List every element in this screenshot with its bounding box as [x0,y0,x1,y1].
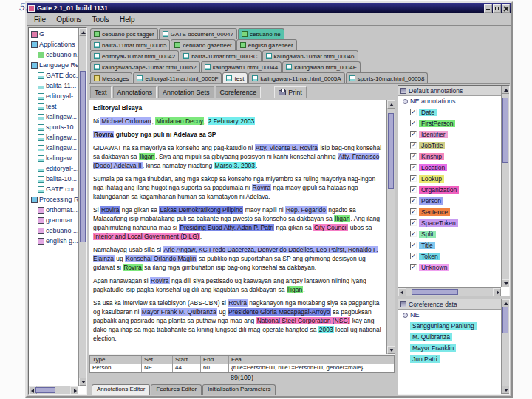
checkbox-icon[interactable]: ✓ [410,131,417,137]
tree-item-processing-r[interactable]: Processing R... [29,194,78,205]
annotation-type-kinship[interactable]: ✓Kinship [398,151,501,162]
annotation-type-firstperson[interactable]: ✓FirstPerson [398,117,501,129]
tree-item-grammar[interactable]: grammar... [29,215,78,225]
annotation-set-root[interactable]: NE annotations [398,96,501,106]
tree-item-cebuano-n[interactable]: cebuano n... [29,50,78,60]
tab-editoryal-11mar-html-0005f[interactable]: editoryal-11mar.html_0005F [133,72,222,83]
annotation-type-spacetoken[interactable]: ✓SpaceToken [398,217,501,228]
scrollbar-thumb[interactable] [502,307,508,333]
scroll-right-button[interactable] [493,288,501,296]
maximize-button[interactable] [493,4,501,13]
annotations-vertical-scrollbar[interactable] [501,86,509,287]
tree-item-balita-11[interactable]: balita-11... [29,81,78,91]
table-header-cell[interactable]: Type [90,356,142,364]
tree-item-cebuano[interactable]: cebuano ... [29,225,78,236]
annotation-type-lookup[interactable]: ✓Lookup [398,173,501,184]
menu-options[interactable]: Options [51,15,86,24]
table-header-cell[interactable]: Fea... [229,356,394,364]
scroll-down-button[interactable] [502,386,510,394]
checkbox-icon[interactable]: ✓ [410,175,417,182]
scrollbar-thumb[interactable] [502,98,508,162]
checkbox-icon[interactable]: ✓ [410,197,417,204]
checkbox-icon[interactable]: ✓ [410,208,417,215]
tree-handle-icon[interactable] [403,99,408,104]
close-button[interactable] [502,4,510,13]
tab-messages[interactable]: Messages [90,72,132,83]
coreference-vertical-scrollbar[interactable] [501,299,509,394]
toggle-text[interactable]: Text [90,86,112,98]
tab-test[interactable]: test [222,72,248,83]
scrollbar-thumb[interactable] [35,387,55,393]
scrollbar-thumb[interactable] [80,71,86,242]
table-row[interactable]: PersonNE4460{rule=PersonFull, rule1=Pers… [90,364,394,372]
tab-english-gazetteer[interactable]: english gazetteer [236,39,297,50]
annotation-type-identifier[interactable]: ✓Identifier [398,129,501,140]
tab-sports-10mar-html-00058[interactable]: sports-10mar.html_00058 [346,72,429,83]
scrollbar-thumb[interactable] [412,289,458,295]
tree-item-english-g[interactable]: english g... [29,236,78,246]
tree-item-kalingaw[interactable]: kalingaw... [29,112,78,122]
annotation-type-token[interactable]: ✓Token [398,250,501,262]
tree-handle-icon[interactable] [403,313,408,318]
annotation-type-location[interactable]: ✓Location [398,162,501,173]
tab-gate-document-00047[interactable]: GATE document_00047 [159,28,237,39]
annotations-horizontal-scrollbar[interactable] [398,287,501,296]
annotation-type-organization[interactable]: ✓Organization [398,184,501,195]
table-header-cell[interactable]: Set [142,356,173,364]
tree-vertical-scrollbar[interactable] [78,28,86,386]
tree-item-applications[interactable]: Applications [29,39,78,50]
scroll-right-button[interactable] [70,386,78,395]
checkbox-icon[interactable]: ✓ [410,231,417,237]
annotation-type-unknown[interactable]: ✓Unknown [398,262,501,273]
checkbox-icon[interactable]: ✓ [410,164,417,171]
tab-kalingawan-11mar-html-0005a[interactable]: kalingawan-11mar.html_0005A [248,72,344,83]
tree-item-balita-10[interactable]: balita-10... [29,174,78,184]
scroll-up-button[interactable] [79,28,87,36]
tree-item-language-re[interactable]: Language Re... [29,60,78,70]
tree-item-gate-doc[interactable]: GATE doc... [29,70,78,81]
toggle-annotation-sets[interactable]: Annotation Sets [158,86,214,98]
coreference-chain-sangguniang-panlung[interactable]: Sangguniang Panlung [398,320,501,331]
tab-kalingawan-html-0004e[interactable]: kalingawan.html_0004E [282,61,361,72]
tree-item-editoryal[interactable]: editoryal-... [29,163,78,174]
tree-item-kalingaw[interactable]: kalingaw... [29,143,78,153]
menu-tools[interactable]: Tools [87,15,115,24]
checkbox-icon[interactable]: ✓ [410,120,417,126]
checkbox-icon[interactable]: ✓ [410,153,417,160]
tree-item-test[interactable]: test [29,101,78,112]
toggle-annotations[interactable]: Annotations [113,86,157,98]
coreference-chain-jun-patri[interactable]: Jun Patri [398,353,501,364]
annotation-type-date[interactable]: ✓Date [398,106,501,117]
checkbox-icon[interactable]: ✓ [410,109,417,115]
checkbox-icon[interactable]: ✓ [410,264,417,270]
scroll-down-button[interactable] [502,279,510,287]
print-button[interactable]: Print [274,86,307,98]
tab-editoryal-10mar-html-00042[interactable]: editoryal-10mar.html_00042 [90,50,179,61]
scroll-down-button[interactable] [387,346,395,354]
tree-item-gate-cor[interactable]: GATE cor... [29,184,78,194]
tree-item-orthomat[interactable]: orthomat... [29,205,78,215]
table-header-cell[interactable]: End [201,356,229,364]
checkbox-icon[interactable]: ✓ [410,186,417,193]
tree-item-kalingaw[interactable]: kalingaw... [29,153,78,163]
tab-balita-10mar-html-0003c[interactable]: balita-10mar.html_0003C [180,50,261,61]
tab-cebuano-gazetteer[interactable]: cebuano gazetteer [171,39,235,50]
title-bar[interactable]: Gate 2.1_01 build 1131 [27,3,511,13]
scroll-down-button[interactable] [79,378,87,386]
tree-item-g[interactable]: G [29,29,78,39]
scroll-left-button[interactable] [398,288,406,296]
scroll-up-button[interactable] [502,86,510,94]
table-header-cell[interactable]: Start [173,356,201,364]
checkbox-icon[interactable]: ✓ [410,242,417,248]
annotation-type-title[interactable]: ✓Title [398,239,501,250]
bottom-tab-annotations-editor[interactable]: Annotations Editor [92,384,150,395]
scrollbar-thumb[interactable] [388,113,394,189]
tab-balita-11mar-html-00065[interactable]: balita-11mar.html_00065 [90,39,170,50]
tree-item-editoryal[interactable]: editoryal-... [29,91,78,101]
annotation-type-jobtitle[interactable]: ✓JobTitle [398,140,501,151]
toggle-coreference[interactable]: Coreference [216,86,262,98]
document-vertical-scrollbar[interactable] [386,100,395,354]
minimize-button[interactable] [484,4,492,13]
coreference-chain-mayor-franklin[interactable]: Mayor Franklin [398,342,501,353]
tree-item-sports-10[interactable]: sports-10... [29,122,78,132]
